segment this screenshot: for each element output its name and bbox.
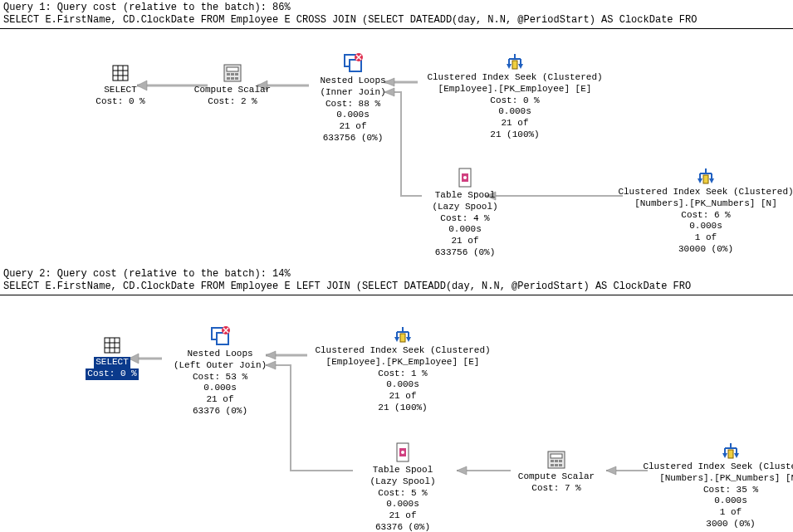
query1-sql: SELECT E.FirstName, CD.ClockDate FROM Em… bbox=[0, 14, 793, 29]
op-rows1: 21 of bbox=[303, 391, 502, 403]
svg-rect-19 bbox=[350, 60, 361, 71]
svg-rect-29 bbox=[512, 61, 517, 69]
op-title: SELECT bbox=[87, 85, 154, 96]
op-rows2: 21 (100%) bbox=[415, 129, 614, 141]
op-title: Table Spool bbox=[353, 465, 453, 476]
op-rows1: 1 of bbox=[614, 232, 793, 244]
op-sub: (Lazy Spool) bbox=[415, 202, 515, 213]
op-cost: Cost: 5 % bbox=[353, 488, 453, 500]
svg-marker-78 bbox=[734, 453, 739, 458]
op-rows2: 21 (100%) bbox=[303, 403, 502, 414]
table-spool-icon bbox=[456, 167, 474, 188]
op-nested-loops[interactable]: Nested Loops (Left Outer Join) Cost: 53 … bbox=[158, 325, 282, 417]
index-seek-icon bbox=[695, 167, 717, 185]
op-rows2: 30000 (0%) bbox=[614, 244, 793, 256]
index-seek-icon bbox=[504, 52, 526, 71]
op-sub: (Left Outer Join) bbox=[158, 360, 282, 372]
query2-sql: SELECT E.FirstName, CD.ClockDate FROM Em… bbox=[0, 281, 793, 295]
compute-scalar-icon bbox=[546, 450, 566, 470]
svg-rect-17 bbox=[235, 77, 238, 80]
select-icon bbox=[110, 63, 130, 83]
svg-rect-13 bbox=[231, 73, 234, 76]
op-cost: Cost: 0 % bbox=[87, 96, 154, 108]
op-compute-scalar[interactable]: Compute Scalar Cost: 2 % bbox=[183, 63, 282, 108]
op-cost: Cost: 35 % bbox=[639, 485, 793, 496]
op-cost: Cost: 88 % bbox=[299, 99, 407, 110]
table-spool-icon bbox=[394, 442, 412, 463]
op-sub: (Inner Join) bbox=[299, 87, 407, 99]
op-title: Clustered Index Seek (Clustered) bbox=[614, 187, 793, 198]
query1-plan[interactable]: SELECT Cost: 0 % Compute Scalar Cost: 2 … bbox=[0, 34, 793, 266]
op-rows1: 21 of bbox=[415, 236, 515, 247]
select-icon bbox=[102, 335, 122, 355]
op-sub: (Lazy Spool) bbox=[353, 476, 453, 488]
nested-loops-icon bbox=[209, 325, 231, 347]
op-table-spool[interactable]: Table Spool (Lazy Spool) Cost: 4 % 0.000… bbox=[415, 167, 515, 259]
svg-marker-28 bbox=[518, 64, 523, 69]
op-nested-loops[interactable]: Nested Loops (Inner Join) Cost: 88 % 0.0… bbox=[299, 52, 407, 144]
svg-rect-5 bbox=[113, 66, 128, 81]
op-time: 0.000s bbox=[299, 110, 407, 121]
query2-header: Query 2: Query cost (relative to the bat… bbox=[0, 266, 793, 281]
op-index-seek-numbers[interactable]: Clustered Index Seek (Clustered) [Number… bbox=[614, 167, 793, 256]
svg-rect-72 bbox=[559, 464, 562, 466]
op-select[interactable]: SELECT Cost: 0 % bbox=[87, 63, 154, 108]
op-compute-scalar[interactable]: Compute Scalar Cost: 7 % bbox=[507, 450, 606, 495]
op-cost: Cost: 2 % bbox=[183, 96, 282, 108]
op-time: 0.000s bbox=[158, 383, 282, 394]
op-time: 0.000s bbox=[303, 379, 502, 391]
op-rows1: 21 of bbox=[353, 510, 453, 522]
op-rows2: 63376 (0%) bbox=[158, 406, 282, 417]
nested-loops-icon bbox=[342, 52, 364, 74]
op-index-seek-employee[interactable]: Clustered Index Seek (Clustered) [Employ… bbox=[415, 52, 614, 141]
svg-rect-68 bbox=[555, 460, 558, 462]
svg-rect-14 bbox=[235, 73, 238, 76]
op-sub: [Numbers].[PK_Numbers] [N] bbox=[639, 473, 793, 485]
svg-rect-69 bbox=[559, 460, 562, 462]
svg-rect-61 bbox=[400, 334, 405, 342]
compute-scalar-icon bbox=[223, 63, 242, 83]
op-cost: Cost: 7 % bbox=[507, 483, 606, 495]
svg-rect-45 bbox=[105, 338, 120, 353]
op-index-seek-numbers[interactable]: Clustered Index Seek (Clustered) [Number… bbox=[639, 442, 793, 530]
op-rows1: 1 of bbox=[639, 507, 793, 519]
svg-point-32 bbox=[463, 176, 467, 179]
op-index-seek-employee[interactable]: Clustered Index Seek (Clustered) [Employ… bbox=[303, 325, 502, 414]
op-title: Nested Loops bbox=[158, 349, 282, 360]
svg-marker-60 bbox=[406, 337, 411, 342]
query1-header: Query 1: Query cost (relative to the bat… bbox=[0, 0, 793, 14]
op-time: 0.000s bbox=[639, 495, 793, 507]
op-cost: Cost: 1 % bbox=[303, 368, 502, 380]
op-cost: Cost: 53 % bbox=[158, 372, 282, 383]
op-sub: [Employee].[PK_Employee] [E] bbox=[303, 357, 502, 368]
svg-marker-77 bbox=[722, 453, 727, 458]
svg-rect-71 bbox=[555, 464, 558, 466]
op-time: 0.000s bbox=[353, 499, 453, 510]
svg-rect-70 bbox=[551, 464, 554, 466]
op-title: Compute Scalar bbox=[183, 85, 282, 96]
index-seek-icon bbox=[720, 442, 742, 460]
svg-rect-11 bbox=[227, 67, 238, 71]
op-title: Clustered Index Seek (Clustered) bbox=[303, 345, 502, 357]
svg-rect-79 bbox=[728, 450, 733, 458]
op-rows2: 633756 (0%) bbox=[415, 247, 515, 259]
op-title: Nested Loops bbox=[299, 76, 407, 87]
svg-rect-67 bbox=[551, 460, 554, 462]
op-title: Clustered Index Seek (Clustered) bbox=[415, 72, 614, 84]
op-title: Clustered Index Seek (Clustered) bbox=[639, 461, 793, 473]
svg-marker-43 bbox=[457, 466, 467, 475]
op-title: SELECT bbox=[94, 357, 130, 368]
op-time: 0.000s bbox=[415, 106, 614, 118]
svg-rect-39 bbox=[703, 175, 708, 183]
svg-rect-12 bbox=[227, 73, 230, 76]
op-cost: Cost: 4 % bbox=[415, 213, 515, 225]
op-title: Compute Scalar bbox=[507, 471, 606, 483]
op-rows2: 63376 (0%) bbox=[353, 522, 453, 532]
svg-marker-38 bbox=[709, 178, 714, 183]
query2-plan[interactable]: SELECT Cost: 0 % Nested Loops (Left Oute… bbox=[0, 300, 793, 532]
svg-rect-15 bbox=[227, 77, 230, 80]
op-table-spool[interactable]: Table Spool (Lazy Spool) Cost: 5 % 0.000… bbox=[353, 442, 453, 532]
op-select[interactable]: SELECT Cost: 0 % bbox=[75, 335, 149, 380]
svg-marker-37 bbox=[698, 178, 702, 183]
op-cost: Cost: 6 % bbox=[614, 210, 793, 222]
